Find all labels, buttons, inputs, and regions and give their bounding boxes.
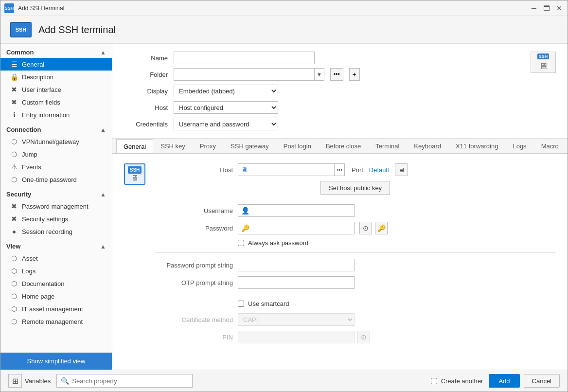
name-label: Name (124, 54, 168, 62)
use-smartcard-checkbox[interactable] (238, 301, 244, 307)
tab-proxy[interactable]: Proxy (193, 139, 223, 153)
password-key-button[interactable]: 🔑 (375, 222, 388, 234)
sidebar-item-it-asset-management[interactable]: ⬡ IT asset management (0, 303, 112, 315)
sidebar-item-description-label: Description (22, 73, 53, 81)
tab-general[interactable]: General (116, 139, 153, 154)
main-body: Common ▲ ☰ General 🔒 Description ✖ User … (0, 44, 568, 370)
sidebar-item-otp[interactable]: ⬡ One-time password (0, 173, 112, 186)
sidebar-item-user-interface[interactable]: ✖ User interface (0, 83, 112, 96)
tab-ssh-gateway[interactable]: SSH gateway (223, 139, 276, 153)
password-eye-button[interactable]: ⊙ (359, 222, 372, 234)
dialog-title: Add SSH terminal (38, 24, 116, 36)
folder-ellipsis-button[interactable]: ••• (330, 68, 343, 81)
jump-icon: ⬡ (10, 150, 18, 158)
always-ask-password-label[interactable]: Always ask password (248, 239, 308, 247)
sidebar-item-jump[interactable]: ⬡ Jump (0, 148, 112, 160)
sidebar-item-password-management[interactable]: ✖ Password management (0, 200, 112, 213)
sidebar-item-home-page[interactable]: ⬡ Home page (0, 290, 112, 303)
sidebar-item-custom-fields[interactable]: ✖ Custom fields (0, 96, 112, 108)
folder-input-area: ▼ (174, 68, 324, 81)
common-collapse-icon: ▲ (100, 49, 106, 56)
tab-terminal[interactable]: Terminal (368, 139, 407, 153)
tab-keyboard[interactable]: Keyboard (407, 139, 448, 153)
ssh-side-icon: SSH 🖥 (124, 163, 145, 185)
port-default-link[interactable]: Default (369, 166, 389, 174)
host-ellipsis-btn[interactable]: ••• (334, 164, 344, 176)
bottom-bar-left: ⊞ Variables (8, 374, 51, 388)
sidebar: Common ▲ ☰ General 🔒 Description ✖ User … (0, 44, 112, 370)
tab-post-login[interactable]: Post login (276, 139, 319, 153)
sidebar-item-events[interactable]: ⚠ Events (0, 160, 112, 173)
tab-adva[interactable]: Adva (566, 139, 568, 153)
sidebar-item-vpn[interactable]: ⬡ VPN/tunnel/gateway (0, 135, 112, 148)
credentials-select[interactable]: Username and password Private key Intera… (174, 118, 278, 130)
sidebar-item-documentation[interactable]: ⬡ Documentation (0, 277, 112, 290)
sidebar-section-security: Security ▲ ✖ Password management ✖ Secur… (0, 188, 112, 238)
tab-before-close[interactable]: Before close (319, 139, 368, 153)
tab-logs[interactable]: Logs (505, 139, 533, 153)
sidebar-section-connection-header[interactable]: Connection ▲ (0, 123, 112, 135)
password-prompt-input[interactable] (238, 259, 355, 271)
sidebar-item-logs-label: Logs (22, 267, 36, 275)
password-field-input[interactable] (252, 222, 354, 234)
username-label: Username (155, 207, 233, 214)
port-copy-button[interactable]: 🖥 (395, 163, 408, 176)
maximize-button[interactable]: 🗖 (542, 4, 551, 13)
window: SSH Add SSH terminal ─ 🗖 ✕ SSH Add SSH t… (0, 0, 568, 392)
username-field-input[interactable] (252, 205, 354, 216)
create-another-checkbox[interactable] (431, 378, 437, 384)
password-prompt-field-row: Password prompt string (155, 259, 556, 271)
create-another-label[interactable]: Create another (441, 377, 483, 385)
sidebar-content: Common ▲ ☰ General 🔒 Description ✖ User … (0, 44, 112, 353)
close-button[interactable]: ✕ (555, 4, 564, 13)
sidebar-item-asset[interactable]: ⬡ Asset (0, 252, 112, 265)
search-property-input[interactable] (72, 377, 188, 385)
otp-prompt-input[interactable] (238, 276, 355, 289)
sidebar-item-general[interactable]: ☰ General (0, 58, 112, 71)
sidebar-item-logs[interactable]: ⬡ Logs (0, 265, 112, 277)
otp-prompt-label: OTP prompt string (155, 279, 233, 286)
tab-macro[interactable]: Macro (534, 139, 566, 153)
cancel-button[interactable]: Cancel (524, 374, 560, 388)
folder-input[interactable] (174, 69, 314, 80)
sidebar-section-common-header[interactable]: Common ▲ (0, 46, 112, 58)
sidebar-item-remote-management-label: Remote management (22, 318, 83, 325)
minimize-button[interactable]: ─ (530, 4, 538, 13)
logs-icon: ⬡ (10, 267, 18, 275)
password-management-icon: ✖ (10, 202, 18, 210)
ssh-content-header: SSH 🖥 Host 🖥 ••• (124, 163, 556, 348)
tab-x11-forwarding[interactable]: X11 forwarding (448, 139, 505, 153)
sidebar-section-common: Common ▲ ☰ General 🔒 Description ✖ User … (0, 46, 112, 121)
grid-view-button[interactable]: ⊞ (8, 374, 22, 388)
search-bar: 🔍 (56, 374, 193, 388)
sidebar-item-session-recording[interactable]: ● Session recording (0, 225, 112, 238)
sidebar-item-description[interactable]: 🔒 Description (0, 71, 112, 83)
show-simplified-view-button[interactable]: Show simplified view (0, 353, 112, 370)
use-smartcard-label[interactable]: Use smartcard (248, 300, 289, 307)
host-field-input[interactable] (251, 164, 334, 176)
use-smartcard-row: Use smartcard (238, 300, 556, 307)
display-select[interactable]: Embedded (tabbed) External window Tab (174, 85, 278, 97)
sidebar-section-security-title: Security (6, 191, 31, 198)
folder-dropdown-arrow[interactable]: ▼ (314, 69, 324, 80)
credentials-label: Credentials (124, 121, 168, 128)
sidebar-section-view-title: View (6, 243, 20, 250)
folder-add-button[interactable]: + (349, 68, 360, 81)
sidebar-item-user-interface-label: User interface (22, 86, 61, 93)
remote-management-icon: ⬡ (10, 318, 18, 325)
sidebar-item-entry-information[interactable]: ℹ Entry information (0, 108, 112, 121)
sidebar-section-view-header[interactable]: View ▲ (0, 240, 112, 252)
ssh-content-badge: SSH (128, 166, 142, 174)
set-host-public-key-button[interactable]: Set host public key (320, 181, 390, 195)
certificate-method-label: Certificate method (155, 316, 233, 323)
sidebar-item-remote-management[interactable]: ⬡ Remote management (0, 315, 112, 328)
add-button[interactable]: Add (489, 374, 519, 388)
sidebar-section-security-header[interactable]: Security ▲ (0, 188, 112, 200)
sidebar-item-security-settings[interactable]: ✖ Security settings (0, 213, 112, 225)
ssh-thumbnail: SSH 🖥 (531, 52, 556, 73)
host-field-label: Host (155, 166, 233, 174)
host-select[interactable]: Host configured Custom host Ask on conne… (174, 102, 278, 113)
name-input[interactable] (174, 52, 315, 64)
tab-ssh-key[interactable]: SSH key (153, 139, 193, 153)
always-ask-password-checkbox[interactable] (238, 240, 244, 246)
